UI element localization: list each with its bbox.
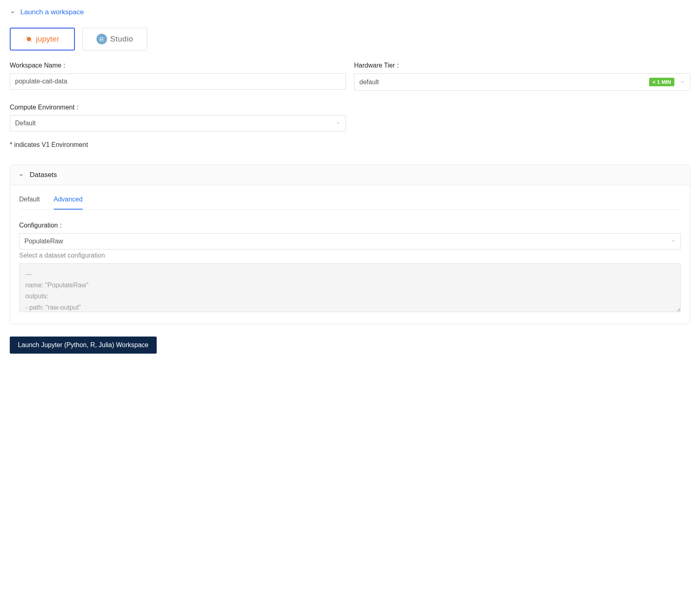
tool-rstudio[interactable]: R Studio <box>82 28 147 50</box>
datasets-panel: Datasets Default Advanced Configuration … <box>10 165 690 324</box>
tab-advanced[interactable]: Advanced <box>54 193 83 210</box>
compute-env-select[interactable]: Default <box>10 115 346 131</box>
tool-jupyter[interactable]: jupyter <box>10 28 75 50</box>
rstudio-icon: R <box>96 34 107 44</box>
chevron-down-icon <box>671 238 676 245</box>
svg-point-2 <box>31 41 32 42</box>
hardware-tier-select[interactable]: default < 1 MIN <box>354 73 690 91</box>
datasets-panel-title: Datasets <box>30 171 57 179</box>
env-hint: * indicates V1 Environment <box>10 141 346 149</box>
header-title: Launch a workspace <box>20 8 84 16</box>
tool-jupyter-label: jupyter <box>36 35 59 44</box>
datasets-tabs: Default Advanced <box>19 193 681 210</box>
configuration-label: Configuration <box>19 222 681 229</box>
svg-point-0 <box>27 37 31 42</box>
hardware-tier-label: Hardware Tier <box>354 62 690 69</box>
tool-rstudio-label: Studio <box>110 35 133 44</box>
tool-selector: jupyter R Studio <box>10 28 690 50</box>
workspace-name-label: Workspace Name <box>10 62 346 69</box>
chevron-down-icon <box>10 9 15 15</box>
hardware-tier-badge: < 1 MIN <box>649 78 674 86</box>
chevron-down-icon <box>18 172 24 178</box>
jupyter-icon <box>25 35 33 43</box>
launch-button[interactable]: Launch Jupyter (Python, R, Julia) Worksp… <box>10 337 157 354</box>
compute-env-value: Default <box>15 120 36 127</box>
workspace-name-input[interactable] <box>10 73 346 90</box>
chevron-down-icon <box>680 79 685 86</box>
tab-default[interactable]: Default <box>19 193 40 210</box>
configuration-hint: Select a dataset configuration <box>19 252 681 259</box>
compute-env-label: Compute Environment <box>10 104 346 111</box>
configuration-select[interactable]: PopulateRaw <box>19 233 681 249</box>
configuration-yaml[interactable] <box>19 263 681 312</box>
launch-workspace-header[interactable]: Launch a workspace <box>10 8 690 16</box>
hardware-tier-value: default <box>359 79 379 86</box>
svg-point-1 <box>26 37 27 37</box>
datasets-panel-header[interactable]: Datasets <box>10 165 690 185</box>
configuration-value: PopulateRaw <box>24 238 63 245</box>
chevron-down-icon <box>336 120 341 127</box>
